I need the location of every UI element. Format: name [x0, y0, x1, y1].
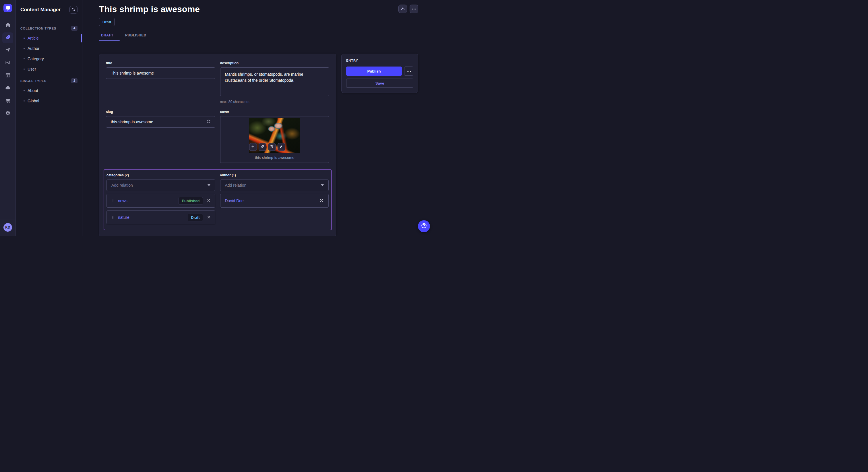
page-title: This shrimp is awesome: [99, 4, 200, 14]
nav-media-library-button[interactable]: [2, 58, 13, 69]
sidebar-item-user[interactable]: User: [16, 64, 82, 74]
sidebar-header: Content Manager: [16, 6, 82, 14]
slug-input[interactable]: [106, 116, 215, 128]
author-add-relation-combobox[interactable]: Add relation: [220, 179, 329, 191]
combobox-placeholder: Add relation: [112, 183, 133, 188]
relation-status-badge: Published: [179, 197, 203, 205]
marketplace-cart-icon: [5, 98, 11, 104]
help-button[interactable]: [418, 220, 430, 232]
sidebar-title: Content Manager: [20, 7, 61, 12]
close-icon: [320, 199, 323, 203]
search-icon: [71, 7, 75, 12]
description-field-label: description: [220, 61, 330, 65]
cover-field-label: cover: [220, 110, 330, 114]
nav-releases-button[interactable]: [2, 45, 13, 56]
user-avatar[interactable]: KD: [3, 223, 12, 232]
entry-panel: ENTRY Publish Save: [341, 54, 418, 93]
delete-media-button[interactable]: [268, 143, 276, 151]
chevron-down-icon: [321, 184, 324, 186]
save-button[interactable]: Save: [346, 78, 413, 88]
close-icon: [207, 215, 210, 220]
slug-input-wrap: [106, 116, 215, 128]
regenerate-slug-button[interactable]: [206, 119, 212, 125]
edit-media-button[interactable]: [278, 143, 285, 151]
slug-field-label: slug: [106, 110, 215, 114]
relations-highlight-box: categories (2) Add relation news Publish…: [104, 169, 332, 230]
search-button[interactable]: [69, 6, 78, 14]
sidebar-item-label: About: [28, 88, 38, 93]
categories-field: categories (2) Add relation news Publish…: [106, 173, 215, 224]
tab-published[interactable]: PUBLISHED: [123, 33, 149, 41]
remove-relation-button[interactable]: [206, 215, 211, 220]
entry-more-button[interactable]: [404, 67, 413, 76]
sidebar-item-author[interactable]: Author: [16, 43, 82, 54]
bullet-icon: [24, 48, 25, 49]
drag-handle-icon[interactable]: [111, 216, 115, 220]
nav-deploy-button[interactable]: [2, 83, 13, 94]
add-media-button[interactable]: [249, 143, 257, 151]
sidebar-divider: [20, 19, 27, 19]
description-hint: max. 80 characters: [220, 100, 330, 104]
title-field-label: title: [106, 61, 215, 65]
version-tabs: DRAFT PUBLISHED: [99, 33, 418, 41]
header-actions: [398, 5, 418, 13]
bullet-icon: [24, 38, 25, 39]
title-field: title: [106, 61, 215, 79]
nav-marketplace-button[interactable]: [2, 96, 13, 106]
nav-home-button[interactable]: [2, 20, 13, 31]
releases-send-icon: [5, 47, 11, 54]
publish-button[interactable]: Publish: [346, 67, 402, 76]
field-grid-row-2: slug cover: [106, 110, 329, 163]
nav-content-type-builder-button[interactable]: [2, 70, 13, 81]
relation-link[interactable]: news: [118, 198, 127, 203]
content-manager-feather-icon: [5, 35, 11, 41]
download-icon: [401, 6, 405, 11]
tab-draft[interactable]: DRAFT: [99, 33, 116, 41]
relation-status-badge: Draft: [188, 214, 203, 222]
entry-panel-title: ENTRY: [346, 59, 413, 62]
relation-link[interactable]: nature: [118, 215, 129, 220]
copy-link-button[interactable]: [259, 143, 267, 151]
nav-settings-button[interactable]: [2, 108, 13, 119]
strapi-logo-icon[interactable]: [3, 4, 12, 12]
app-window: KD Content Manager COLLECTION TYPES 4 Ar…: [0, 0, 434, 236]
drag-handle-icon[interactable]: [111, 199, 115, 203]
sidebar-item-category[interactable]: Category: [16, 54, 82, 64]
sidebar-item-label: Global: [28, 99, 39, 103]
home-icon: [5, 22, 11, 29]
description-textarea[interactable]: Mantis shrimps, or stomatopods, are mari…: [220, 67, 330, 96]
title-input[interactable]: [106, 67, 215, 79]
single-types-header: SINGLE TYPES 2: [16, 76, 82, 86]
cover-image[interactable]: [249, 118, 300, 153]
relation-chip-david-doe: David Doe: [220, 194, 329, 208]
bullet-icon: [24, 90, 25, 91]
categories-add-relation-combobox[interactable]: Add relation: [106, 179, 215, 191]
export-button[interactable]: [398, 5, 407, 13]
remove-relation-button[interactable]: [206, 198, 211, 204]
collection-types-header: COLLECTION TYPES 4: [16, 24, 82, 33]
trash-icon: [270, 144, 274, 149]
more-options-button[interactable]: [410, 5, 418, 13]
sidebar-item-label: User: [28, 67, 36, 71]
slug-field: slug: [106, 110, 215, 128]
rail-nav: [2, 16, 13, 219]
bullet-icon: [24, 69, 25, 70]
single-types-count-badge: 2: [71, 78, 78, 83]
sidebar-item-article[interactable]: Article: [16, 33, 82, 43]
relation-link[interactable]: David Doe: [225, 198, 244, 203]
content-type-builder-icon: [5, 72, 11, 79]
relation-chip-news: news Published: [106, 194, 215, 208]
sidebar-item-about[interactable]: About: [16, 86, 82, 96]
section-label: SINGLE TYPES: [20, 79, 46, 82]
section-label: COLLECTION TYPES: [20, 27, 56, 30]
remove-relation-button[interactable]: [319, 198, 324, 204]
sidebar-item-global[interactable]: Global: [16, 96, 82, 106]
collection-types-count-badge: 4: [71, 26, 78, 31]
media-library-icon: [5, 60, 11, 67]
nav-content-manager-button[interactable]: [2, 32, 13, 43]
deploy-cloud-icon: [5, 85, 11, 92]
rail-footer: KD: [0, 219, 16, 236]
author-field: author (1) Add relation David Doe: [220, 173, 329, 224]
more-options-icon: [412, 9, 416, 9]
relation-chip-nature: nature Draft: [106, 210, 215, 224]
